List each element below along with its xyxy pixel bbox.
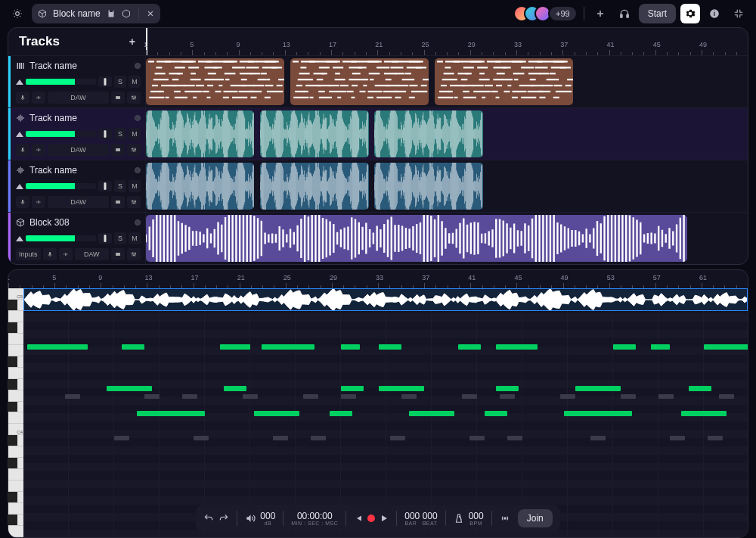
record-arm-icon[interactable] (135, 63, 141, 69)
signal-chip[interactable] (32, 92, 45, 104)
track-row[interactable]: Track name S M DAW (8, 55, 748, 107)
expand-icon[interactable] (16, 79, 23, 85)
redo-icon[interactable] (218, 513, 229, 524)
clip[interactable] (146, 163, 254, 210)
volume-slider[interactable] (26, 131, 96, 137)
mute-button[interactable]: M (129, 232, 141, 244)
clip[interactable] (146, 110, 254, 157)
midi-note[interactable] (409, 411, 454, 416)
midi-note[interactable] (681, 411, 727, 416)
audio-preview-strip[interactable] (23, 288, 748, 311)
record-arm-icon[interactable] (135, 167, 141, 173)
solo-button[interactable]: S (114, 128, 126, 140)
clip[interactable] (260, 110, 368, 157)
track-lane[interactable] (146, 108, 748, 160)
start-button[interactable]: Start (639, 4, 676, 23)
midi-note[interactable] (122, 344, 144, 350)
track-lane[interactable] (146, 160, 748, 212)
mute-button[interactable]: M (129, 180, 141, 192)
midi-grid[interactable] (23, 288, 748, 537)
fx-chip[interactable] (127, 196, 141, 208)
signal-chip[interactable] (59, 248, 73, 260)
midi-note[interactable] (379, 344, 401, 350)
track-row[interactable]: Track name S M DAW (8, 107, 748, 160)
expand-icon[interactable] (16, 184, 23, 189)
add-track-icon[interactable]: + (129, 36, 135, 48)
join-button[interactable]: Join (518, 509, 553, 527)
signal-chip[interactable] (32, 144, 45, 156)
track-header[interactable]: Track name S M DAW (8, 108, 146, 160)
signal-chip[interactable] (32, 196, 45, 208)
clip[interactable] (146, 215, 687, 262)
track-row[interactable]: Track name S M DAW (8, 160, 748, 212)
midi-note[interactable] (220, 344, 250, 350)
record-arm-icon[interactable] (135, 115, 141, 121)
clip[interactable] (146, 58, 284, 105)
midi-note[interactable] (704, 344, 748, 350)
track-header[interactable]: Track name S M DAW (8, 56, 146, 107)
midi-note[interactable] (107, 386, 152, 391)
info-icon[interactable]: i (705, 4, 724, 23)
midi-note[interactable] (137, 411, 205, 416)
device-chip[interactable] (111, 92, 125, 104)
pan-knob[interactable] (98, 181, 112, 191)
headphones-icon[interactable] (615, 4, 634, 23)
daw-chip[interactable]: DAW (48, 196, 109, 208)
track-header[interactable]: Track name S M DAW (8, 160, 146, 212)
add-collaborator-icon[interactable] (590, 4, 610, 23)
mic-chip[interactable] (16, 144, 29, 156)
inputs-chip[interactable]: Inputs (16, 248, 41, 260)
solo-button[interactable]: S (114, 232, 126, 244)
daw-chip[interactable]: DAW (75, 248, 109, 260)
fx-chip[interactable] (127, 92, 141, 104)
device-chip[interactable] (111, 248, 125, 260)
midi-note[interactable] (613, 344, 636, 350)
midi-note[interactable] (379, 386, 424, 391)
track-header[interactable]: Block 308 S M Inputs DAW (8, 213, 146, 264)
play-icon[interactable] (380, 514, 389, 523)
daw-chip[interactable]: DAW (48, 144, 109, 156)
record-button[interactable] (367, 515, 375, 522)
save-icon[interactable] (107, 9, 116, 18)
clip[interactable] (435, 58, 573, 105)
pan-knob[interactable] (98, 129, 112, 139)
midi-note[interactable] (564, 411, 632, 416)
fx-chip[interactable] (127, 248, 141, 260)
mute-button[interactable]: M (129, 128, 141, 140)
metronome-icon[interactable] (454, 513, 464, 524)
midi-note[interactable] (575, 386, 621, 391)
device-chip[interactable] (111, 196, 125, 208)
mute-button[interactable]: M (129, 76, 141, 88)
volume-slider[interactable] (26, 79, 96, 85)
volume-icon[interactable] (245, 513, 256, 524)
device-chip[interactable] (111, 144, 125, 156)
midi-note[interactable] (27, 344, 88, 350)
mic-chip[interactable] (43, 248, 57, 260)
solo-button[interactable]: S (114, 180, 126, 192)
midi-note[interactable] (485, 411, 507, 416)
collaborator-avatars[interactable]: +99 (513, 5, 578, 22)
midi-note[interactable] (262, 344, 314, 350)
midi-note[interactable] (341, 344, 360, 350)
gear-icon[interactable] (680, 4, 700, 23)
broadcast-icon[interactable] (500, 513, 510, 524)
daw-chip[interactable]: DAW (48, 92, 109, 104)
collaborator-count[interactable]: +99 (548, 5, 578, 22)
timeline-ruler[interactable]: 1 5 9 13 17 21 25 29 33 37 41 45 49 (146, 28, 748, 55)
midi-note[interactable] (224, 386, 246, 391)
mic-chip[interactable] (16, 196, 29, 208)
pan-knob[interactable] (98, 76, 112, 87)
undo-icon[interactable] (203, 513, 214, 524)
midi-note[interactable] (496, 344, 538, 350)
clip[interactable] (260, 163, 368, 210)
collapse-icon[interactable] (729, 4, 748, 23)
cube-small-icon[interactable] (122, 9, 131, 18)
solo-button[interactable]: S (114, 76, 126, 88)
midi-note[interactable] (458, 344, 481, 350)
piano-keys[interactable]: C5C4 (8, 288, 23, 537)
midi-note[interactable] (496, 386, 519, 391)
volume-slider[interactable] (26, 183, 96, 189)
record-arm-icon[interactable] (135, 219, 141, 225)
clip[interactable] (374, 163, 482, 210)
pan-knob[interactable] (98, 233, 112, 244)
